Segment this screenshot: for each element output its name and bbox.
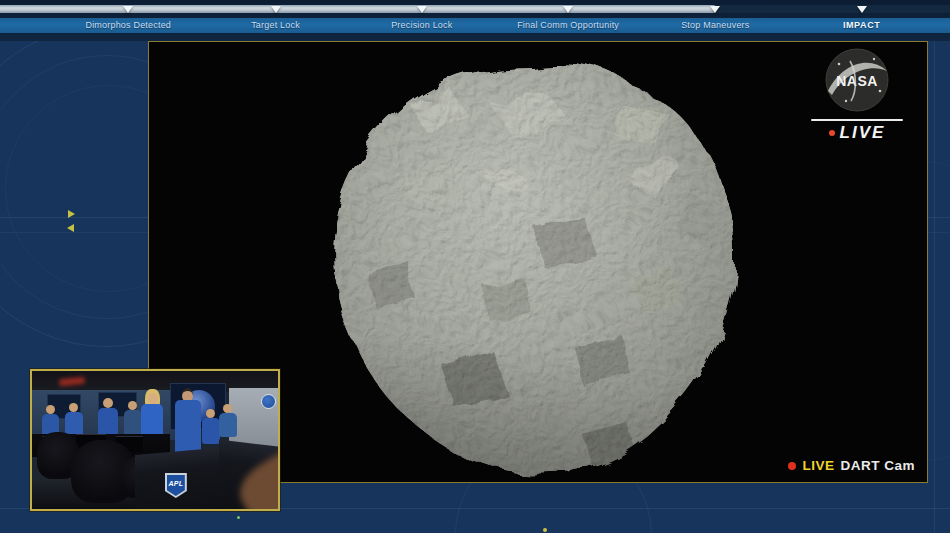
person-figure <box>202 418 220 444</box>
person-figure <box>223 404 232 413</box>
milestone-marker-final-comm-opportunity <box>563 6 573 13</box>
decor-dot <box>237 516 240 519</box>
milestone-marker-dimorphos-detected <box>123 6 133 13</box>
timeline-progress-track <box>0 5 950 13</box>
nasa-live-bug: NASA LIVE <box>807 47 907 143</box>
milestone-label-final-comm-opportunity: Final Comm Opportunity <box>517 18 619 33</box>
apl-shield-label: APL <box>167 475 185 496</box>
dart-cam-badge: LIVE DART Cam <box>788 458 915 473</box>
decor-arrow-left-icon <box>67 224 74 232</box>
milestone-label-precision-lock: Precision Lock <box>391 18 452 33</box>
camera-name-label: DART Cam <box>840 458 915 473</box>
milestone-label-impact: IMPACT <box>843 18 880 33</box>
person-figure <box>103 398 113 408</box>
live-divider <box>811 119 903 121</box>
broadcast-frame: Dimorphos Detected Target Lock Precision… <box>0 0 950 533</box>
live-badge: LIVE <box>840 123 886 143</box>
person-figure <box>46 405 55 414</box>
milestone-label-dimorphos-detected: Dimorphos Detected <box>85 18 171 33</box>
background-line <box>934 33 935 533</box>
milestone-marker-precision-lock <box>417 6 427 13</box>
person-figure <box>128 401 137 410</box>
camera-live-label: LIVE <box>802 458 834 473</box>
nasa-meatball-icon: NASA <box>824 47 890 113</box>
person-figure <box>206 409 215 418</box>
live-red-dot-icon <box>829 130 835 136</box>
decor-dot <box>543 528 547 532</box>
live-red-dot-icon <box>788 462 796 470</box>
milestone-marker-stop-maneuvers <box>710 6 720 13</box>
person-figure <box>124 410 142 437</box>
timeline-band: Dimorphos Detected Target Lock Precision… <box>0 18 950 33</box>
person-figure <box>69 403 78 412</box>
timeline-progress-fill <box>0 5 716 13</box>
person-figure <box>219 413 237 437</box>
milestone-label-target-lock: Target Lock <box>251 18 300 33</box>
milestone-label-stop-maneuvers: Stop Maneuvers <box>681 18 749 33</box>
decor-arrow-right-icon <box>68 210 75 218</box>
mission-control-pip: APL <box>30 369 280 511</box>
svg-text:NASA: NASA <box>836 73 878 89</box>
timeline-header: Dimorphos Detected Target Lock Precision… <box>0 0 950 41</box>
milestone-marker-impact <box>857 6 867 13</box>
milestone-marker-target-lock <box>271 6 281 13</box>
person-figure <box>148 393 158 404</box>
